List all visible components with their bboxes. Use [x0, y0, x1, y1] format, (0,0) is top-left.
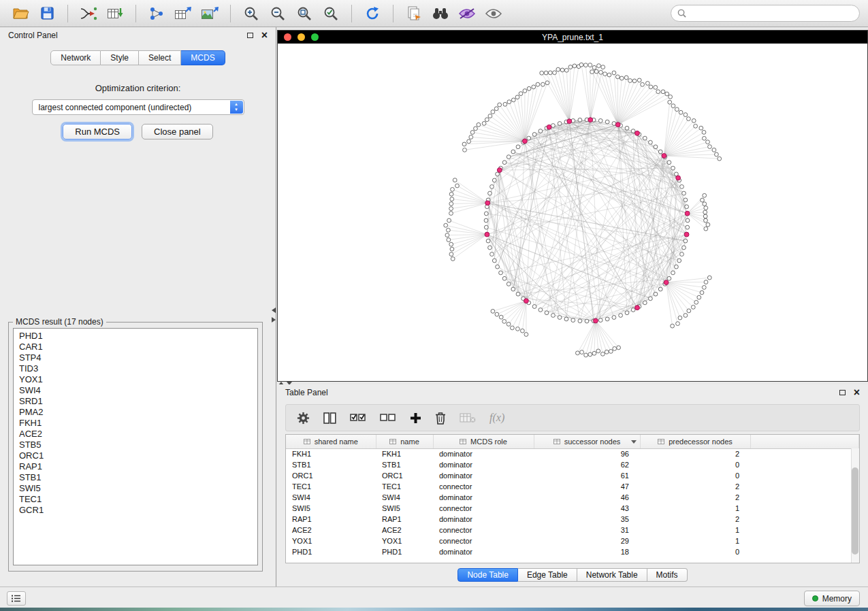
cell-predecessor-nodes[interactable]: 2: [640, 514, 750, 525]
cell-shared-name[interactable]: TEC1: [286, 481, 376, 492]
table-row[interactable]: YOX1YOX1connector291: [286, 535, 859, 546]
export-table-button[interactable]: [171, 3, 195, 24]
cell-successor-nodes[interactable]: 43: [534, 503, 640, 514]
table-row[interactable]: TEC1TEC1connector472: [286, 481, 859, 492]
cell-successor-nodes[interactable]: 35: [534, 514, 640, 525]
cell-mcds-role[interactable]: connector: [433, 503, 534, 514]
mcds-result-item[interactable]: GCR1: [14, 505, 257, 516]
cell-predecessor-nodes[interactable]: 2: [640, 481, 750, 492]
run-mcds-button[interactable]: Run MCDS: [63, 124, 132, 139]
cell-successor-nodes[interactable]: 31: [534, 525, 640, 535]
cell-shared-name[interactable]: YOX1: [286, 535, 376, 546]
hide-selected-button[interactable]: [455, 3, 479, 24]
memory-button[interactable]: Memory: [804, 591, 860, 606]
cell-mcds-role[interactable]: dominator: [433, 492, 534, 503]
criterion-dropdown[interactable]: largest connected component (undirected)…: [32, 99, 244, 115]
cell-predecessor-nodes[interactable]: 1: [640, 525, 750, 535]
mcds-result-item[interactable]: ACE2: [14, 429, 257, 440]
mcds-result-item[interactable]: YOX1: [14, 374, 257, 385]
save-session-button[interactable]: [35, 3, 59, 24]
table-row[interactable]: SWI5SWI5connector431: [286, 503, 859, 514]
float-panel-icon[interactable]: [247, 33, 253, 38]
cell-name[interactable]: PHD1: [376, 546, 433, 557]
cell-successor-nodes[interactable]: 62: [534, 459, 640, 470]
cell-predecessor-nodes[interactable]: 2: [640, 448, 750, 459]
cell-mcds-role[interactable]: connector: [433, 535, 534, 546]
status-menu-button[interactable]: [7, 591, 26, 606]
tab-style[interactable]: Style: [101, 50, 139, 65]
cell-successor-nodes[interactable]: 96: [534, 448, 640, 459]
open-session-button[interactable]: [8, 3, 33, 24]
table-row[interactable]: SWI4SWI4dominator462: [286, 492, 859, 503]
cell-name[interactable]: ACE2: [376, 525, 433, 535]
table-scrollbar-thumb[interactable]: [852, 467, 858, 555]
vertical-splitter-collapse-left[interactable]: [272, 308, 276, 313]
cell-successor-nodes[interactable]: 47: [534, 481, 640, 492]
cell-name[interactable]: YOX1: [376, 535, 433, 546]
tab-network-table[interactable]: Network Table: [577, 568, 647, 582]
import-table-from-file-button[interactable]: [103, 3, 127, 24]
mcds-result-item[interactable]: STP4: [14, 352, 257, 363]
cell-name[interactable]: STB1: [376, 459, 433, 470]
network-window-titlebar[interactable]: YPA_prune.txt_1: [278, 31, 867, 44]
column-header-mcds-role[interactable]: MCDS role: [433, 435, 534, 448]
tab-mcds[interactable]: MCDS: [181, 50, 225, 65]
copy-network-button[interactable]: [402, 3, 426, 24]
mcds-result-item[interactable]: SRD1: [14, 396, 257, 407]
zoom-fit-button[interactable]: [292, 3, 317, 24]
close-panel-icon[interactable]: ×: [261, 31, 268, 39]
close-panel-icon[interactable]: ×: [854, 389, 860, 397]
cell-mcds-role[interactable]: dominator: [433, 459, 534, 470]
tab-network[interactable]: Network: [50, 50, 101, 65]
cell-shared-name[interactable]: FKH1: [286, 448, 376, 459]
refresh-layout-button[interactable]: [360, 3, 385, 24]
table-row[interactable]: STB1STB1dominator620: [286, 459, 859, 470]
cell-name[interactable]: ORC1: [376, 470, 433, 481]
import-network-from-file-button[interactable]: [76, 3, 101, 24]
cell-shared-name[interactable]: SWI4: [286, 492, 376, 503]
show-columns-button[interactable]: [323, 412, 336, 424]
tab-select[interactable]: Select: [139, 50, 181, 65]
cell-mcds-role[interactable]: connector: [433, 525, 534, 535]
close-panel-button[interactable]: Close panel: [142, 124, 213, 139]
cell-shared-name[interactable]: RAP1: [286, 514, 376, 525]
mcds-result-item[interactable]: FKH1: [14, 418, 257, 429]
float-panel-icon[interactable]: [839, 390, 846, 395]
column-header-successor-nodes[interactable]: successor nodes: [534, 435, 640, 448]
cell-name[interactable]: SWI5: [376, 503, 433, 514]
search-box[interactable]: [671, 5, 860, 22]
cell-predecessor-nodes[interactable]: 0: [640, 546, 750, 557]
mcds-result-item[interactable]: SWI5: [14, 483, 257, 494]
mcds-result-item[interactable]: STB1: [14, 472, 257, 483]
table-row[interactable]: ORC1ORC1dominator610: [286, 470, 859, 481]
delete-button[interactable]: [435, 412, 446, 425]
deselect-all-button[interactable]: [380, 412, 396, 423]
table-row[interactable]: ACE2ACE2connector311: [286, 525, 859, 535]
mcds-result-item[interactable]: ORC1: [14, 450, 257, 461]
new-network-button[interactable]: [144, 3, 169, 24]
table-scrollbar-track[interactable]: [851, 448, 859, 563]
cell-mcds-role[interactable]: connector: [433, 481, 534, 492]
cell-predecessor-nodes[interactable]: 1: [640, 503, 750, 514]
cell-predecessor-nodes[interactable]: 0: [640, 470, 750, 481]
cell-mcds-role[interactable]: dominator: [433, 514, 534, 525]
table-row[interactable]: RAP1RAP1dominator352: [286, 514, 859, 525]
cell-predecessor-nodes[interactable]: 2: [640, 492, 750, 503]
tab-edge-table[interactable]: Edge Table: [518, 568, 577, 582]
cell-mcds-role[interactable]: dominator: [433, 546, 534, 557]
mcds-result-item[interactable]: RAP1: [14, 461, 257, 472]
cell-successor-nodes[interactable]: 18: [534, 546, 640, 557]
zoom-in-button[interactable]: [239, 3, 263, 24]
cell-name[interactable]: FKH1: [376, 448, 433, 459]
cell-shared-name[interactable]: ACE2: [286, 525, 376, 535]
mcds-result-item[interactable]: TEC1: [14, 494, 257, 505]
mcds-result-list[interactable]: PHD1CAR1STP4TID3YOX1SWI4SRD1PMA2FKH1ACE2…: [13, 328, 258, 565]
column-header-shared-name[interactable]: shared name: [286, 435, 376, 448]
cell-name[interactable]: RAP1: [376, 514, 433, 525]
mcds-result-item[interactable]: TID3: [14, 363, 257, 374]
zoom-selected-button[interactable]: [319, 3, 343, 24]
select-all-button[interactable]: [350, 412, 366, 423]
table-settings-button[interactable]: [297, 412, 310, 425]
mcds-result-item[interactable]: PMA2: [14, 407, 257, 418]
cell-shared-name[interactable]: STB1: [286, 459, 376, 470]
